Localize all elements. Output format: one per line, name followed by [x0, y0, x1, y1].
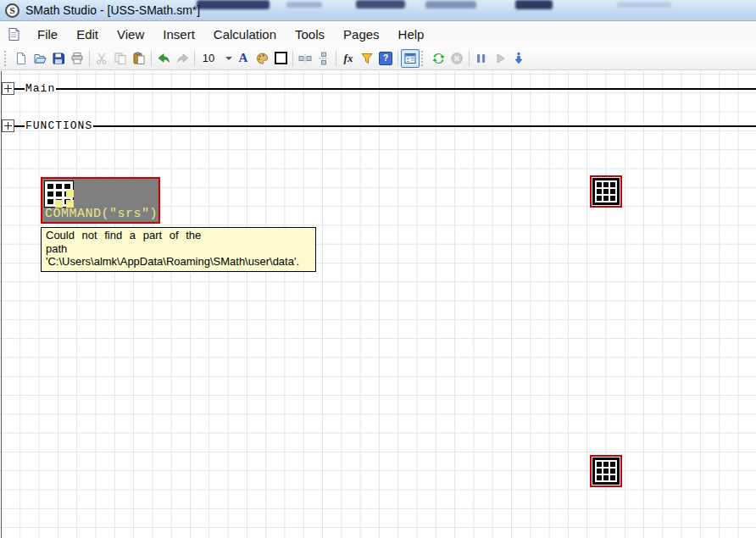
app-logo-icon: S [5, 3, 19, 18]
background-color-button[interactable] [253, 49, 271, 68]
new-button[interactable] [12, 49, 31, 68]
matrix-icon [592, 178, 620, 205]
command-expression: COMMAND("srs") [45, 207, 158, 221]
chevron-down-icon[interactable] [225, 57, 232, 60]
titlebar-artifact [515, 0, 553, 9]
expand-main-button[interactable] [2, 82, 14, 95]
cut-button[interactable] [92, 49, 111, 68]
printer-icon [70, 52, 84, 65]
copy-button[interactable] [111, 49, 130, 68]
section-rule [14, 88, 25, 90]
paste-button[interactable] [130, 49, 148, 68]
font-color-button[interactable]: A [234, 49, 253, 68]
smath-studio-window: S SMath Studio - [USS-SMath.sm*] File Ed… [0, 0, 756, 538]
menu-item-pages[interactable]: Pages [334, 27, 389, 42]
titlebar-artifact [425, 1, 476, 8]
toolbar-separator [336, 51, 336, 66]
clipboard-paste-icon [132, 52, 146, 65]
font-color-icon: A [239, 51, 248, 65]
menu-bar: File Edit View Insert Calculation Tools … [0, 21, 756, 47]
toolbar-separator [194, 51, 195, 66]
menu-item-view[interactable]: View [108, 27, 153, 42]
menu-item-edit[interactable]: Edit [67, 27, 108, 42]
redo-button[interactable] [173, 49, 192, 68]
step-button[interactable] [509, 49, 528, 68]
section-main-label: Main [25, 82, 56, 95]
scissors-icon [95, 52, 108, 65]
toolbar-grip[interactable] [4, 51, 8, 66]
toolbar-separator [469, 51, 470, 66]
section-rule [93, 125, 756, 127]
section-functions-label: FUNCTIONS [25, 119, 93, 132]
font-size-select[interactable]: 10 [199, 52, 232, 64]
toolbar-separator [89, 51, 90, 66]
step-down-arrow-icon [512, 52, 525, 65]
matrix-element-top[interactable] [590, 175, 622, 208]
copy-icon [114, 52, 127, 65]
selection-handle[interactable] [66, 190, 74, 197]
title-bar: S SMath Studio - [USS-SMath.sm*] [0, 0, 756, 21]
menu-item-tools[interactable]: Tools [286, 27, 334, 42]
plus-icon [4, 122, 12, 130]
undo-button[interactable] [154, 49, 173, 68]
toolbar-separator [151, 51, 152, 66]
play-button[interactable] [491, 49, 509, 68]
section-rule [14, 125, 25, 127]
insert-function-button[interactable]: fx [339, 49, 358, 68]
section-main: Main [2, 82, 756, 95]
titlebar-artifact [197, 0, 270, 9]
border-square-icon [275, 52, 287, 64]
menu-item-file[interactable]: File [28, 27, 67, 42]
toolbar-grip[interactable] [421, 51, 425, 66]
matrix-icon[interactable] [44, 180, 74, 208]
palette-icon [255, 52, 270, 65]
filter-button[interactable] [358, 49, 376, 68]
function-icon: fx [344, 52, 353, 65]
save-button[interactable] [49, 49, 68, 68]
interrupt-button[interactable] [447, 49, 466, 68]
worksheet-canvas[interactable]: Main FUNCTIONS COMMA [0, 71, 756, 538]
toolbar: 10 A fx ? [0, 47, 756, 70]
font-size-value: 10 [199, 52, 218, 64]
recalculate-button[interactable] [429, 49, 447, 68]
vertical-separator-icon [317, 52, 331, 65]
titlebar-artifact [617, 2, 671, 8]
side-panel-toggle[interactable] [401, 49, 420, 68]
matrix-element-bottom[interactable] [590, 455, 622, 487]
open-button[interactable] [31, 49, 49, 68]
titlebar-artifact [356, 0, 405, 8]
menu-item-insert[interactable]: Insert [153, 27, 204, 42]
stop-circle-icon [450, 52, 464, 65]
refresh-icon [431, 52, 446, 65]
print-button[interactable] [68, 49, 86, 68]
side-panel-icon [403, 52, 417, 65]
redo-arrow-icon [175, 52, 190, 65]
document-icon[interactable] [7, 27, 21, 42]
undo-arrow-icon [157, 52, 171, 65]
expand-functions-button[interactable] [2, 119, 14, 132]
open-folder-icon [33, 52, 47, 65]
titlebar-artifact [286, 2, 322, 8]
error-tooltip: Could not find a part of the path 'C:\Us… [41, 227, 316, 272]
command-region[interactable]: COMMAND("srs") [41, 177, 160, 224]
pause-icon [475, 52, 487, 65]
toolbar-separator [397, 51, 398, 66]
vertical-separator-button[interactable] [314, 49, 333, 68]
horizontal-separator-button[interactable] [296, 49, 314, 68]
tooltip-line: path [46, 242, 311, 256]
reference-book-button[interactable]: ? [376, 49, 395, 68]
tooltip-line: Could not find a part of the [46, 229, 311, 242]
menu-item-help[interactable]: Help [389, 27, 434, 42]
help-book-icon: ? [379, 52, 392, 65]
plus-icon [4, 85, 12, 92]
matrix-icon [592, 458, 620, 485]
window-title: SMath Studio - [USS-SMath.sm*] [25, 3, 200, 17]
border-button[interactable] [271, 49, 290, 68]
pause-button[interactable] [472, 49, 491, 68]
floppy-disk-icon [52, 52, 65, 65]
page-left-edge [1, 71, 2, 538]
section-rule [56, 88, 756, 90]
play-triangle-icon [494, 52, 506, 65]
menu-item-calculation[interactable]: Calculation [204, 27, 286, 42]
toolbar-separator [292, 51, 293, 66]
